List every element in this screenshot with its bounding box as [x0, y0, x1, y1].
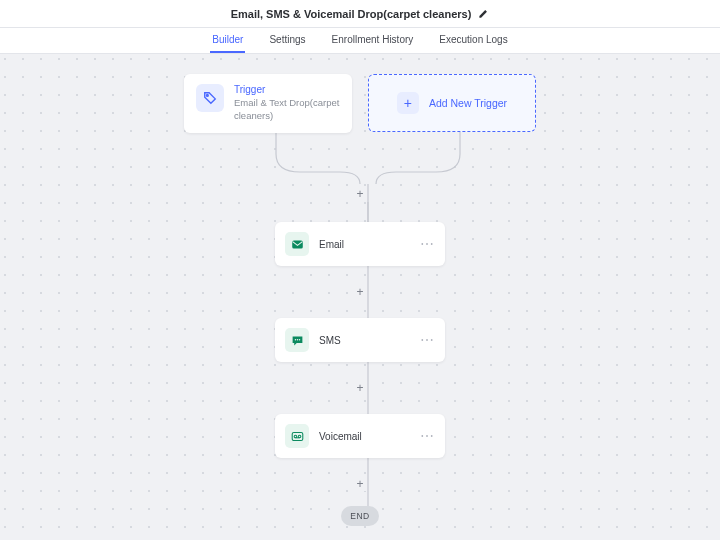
- svg-point-5: [207, 95, 209, 97]
- end-label: END: [350, 511, 369, 521]
- workflow-title: Email, SMS & Voicemail Drop(carpet clean…: [231, 8, 472, 20]
- action-label: Email: [319, 239, 410, 250]
- email-icon: [285, 232, 309, 256]
- trigger-subtitle: Email & Text Drop(carpet cleaners): [234, 97, 340, 123]
- plus-icon: +: [397, 92, 419, 114]
- svg-point-7: [294, 338, 295, 339]
- add-trigger-button[interactable]: + Add New Trigger: [368, 74, 536, 132]
- svg-point-9: [298, 338, 299, 339]
- tab-execution-logs[interactable]: Execution Logs: [437, 28, 509, 53]
- tab-settings[interactable]: Settings: [267, 28, 307, 53]
- edit-title-icon[interactable]: [477, 8, 489, 20]
- svg-rect-6: [292, 240, 303, 248]
- sms-icon: [285, 328, 309, 352]
- add-step-node-2[interactable]: +: [353, 381, 367, 395]
- add-step-node-1[interactable]: +: [353, 285, 367, 299]
- action-voicemail[interactable]: Voicemail ⋯: [275, 414, 445, 458]
- add-step-node-0[interactable]: +: [353, 187, 367, 201]
- tag-icon: [196, 84, 224, 112]
- action-email[interactable]: Email ⋯: [275, 222, 445, 266]
- more-icon[interactable]: ⋯: [420, 332, 435, 348]
- add-step-node-3[interactable]: +: [353, 477, 367, 491]
- end-node: END: [341, 506, 379, 526]
- svg-point-8: [296, 338, 297, 339]
- trigger-card[interactable]: Trigger Email & Text Drop(carpet cleaner…: [184, 74, 352, 133]
- more-icon[interactable]: ⋯: [420, 428, 435, 444]
- page-header: Email, SMS & Voicemail Drop(carpet clean…: [0, 0, 720, 28]
- trigger-title: Trigger: [234, 84, 340, 95]
- tab-enrollment-history[interactable]: Enrollment History: [330, 28, 416, 53]
- more-icon[interactable]: ⋯: [420, 236, 435, 252]
- voicemail-icon: [285, 424, 309, 448]
- action-label: SMS: [319, 335, 410, 346]
- workflow-canvas[interactable]: Trigger Email & Text Drop(carpet cleaner…: [0, 54, 720, 540]
- tab-bar: Builder Settings Enrollment History Exec…: [0, 28, 720, 54]
- tab-builder[interactable]: Builder: [210, 28, 245, 53]
- add-trigger-label: Add New Trigger: [429, 97, 507, 109]
- action-sms[interactable]: SMS ⋯: [275, 318, 445, 362]
- action-label: Voicemail: [319, 431, 410, 442]
